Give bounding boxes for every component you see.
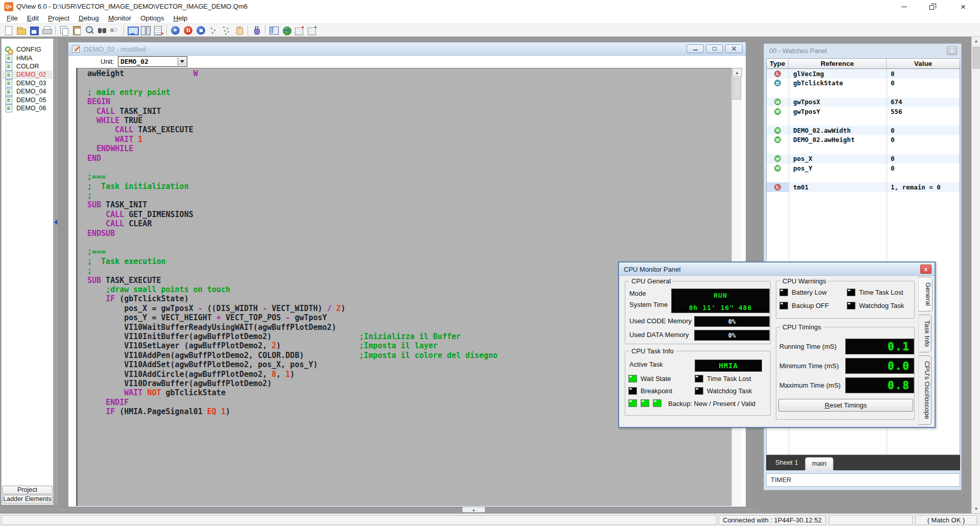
io-swap-icon[interactable]: [139, 25, 151, 36]
scroll-up-icon[interactable]: ▲: [732, 68, 742, 77]
sheet-tab-main[interactable]: main: [805, 457, 834, 470]
chevron-down-icon[interactable]: [178, 57, 186, 66]
connect-icon[interactable]: [251, 25, 262, 36]
watch-row[interactable]: WDEMO_02.awWidth0: [767, 126, 960, 135]
watch-row[interactable]: [767, 116, 960, 126]
hand-icon[interactable]: [233, 25, 245, 36]
tree-item-demo_05[interactable]: DEMO_05: [2, 95, 53, 104]
print-icon[interactable]: [41, 25, 53, 36]
paste-icon[interactable]: [71, 25, 83, 36]
panels-icon[interactable]: [268, 25, 280, 36]
editor-window-titlebar[interactable]: DEMO_02 - modified - ✕: [68, 42, 746, 56]
watch-type-cell: L: [767, 182, 789, 192]
unit-dropdown[interactable]: DEMO_02: [118, 56, 187, 67]
copy-icon[interactable]: [58, 25, 70, 36]
tree-item-hmia[interactable]: HMIA: [2, 54, 53, 62]
editor-scrollbar-thumb[interactable]: [732, 78, 741, 100]
vertical-splitter[interactable]: [55, 38, 55, 506]
watch-row[interactable]: Wpos_X0: [767, 154, 960, 164]
watch-row[interactable]: [767, 145, 960, 154]
cpu-timings-group: CPU Timings Running Time (mS)0.1Minimum …: [776, 327, 915, 420]
read-flash-icon[interactable]: [306, 25, 318, 36]
group-label: CPU Task Info: [629, 347, 676, 355]
menu-help[interactable]: Help: [168, 13, 192, 23]
scroll-down-icon[interactable]: ▼: [972, 505, 980, 513]
scroll-up-icon[interactable]: ▲: [972, 37, 980, 45]
display-icon[interactable]: [127, 25, 138, 36]
tree-item-color[interactable]: COLOR: [2, 62, 53, 70]
splitter-collapse-left-icon[interactable]: [54, 220, 57, 225]
multi-dots-icon[interactable]: [220, 25, 232, 36]
watch-row[interactable]: WgwTposX674: [767, 98, 960, 107]
sheet-tab-sheet-1[interactable]: Sheet 1: [775, 459, 798, 466]
column-header-reference[interactable]: Reference: [789, 59, 887, 68]
watches-close-button[interactable]: x: [947, 46, 957, 55]
vertical-splitter[interactable]: [57, 38, 57, 506]
save-icon[interactable]: [28, 25, 40, 36]
watch-row[interactable]: Ltm011, remain = 0: [767, 182, 960, 192]
column-header-value[interactable]: Value: [887, 59, 960, 68]
new-file-icon[interactable]: [3, 25, 14, 36]
cpu-task-info-group: CPU Task Info Active Task HMIA Wait Stat…: [625, 351, 771, 416]
zoom-search-icon[interactable]: [84, 25, 95, 36]
watch-row[interactable]: LglVecImg0: [767, 69, 960, 79]
io-list-icon[interactable]: [152, 25, 164, 36]
replace-ab-icon[interactable]: [109, 25, 121, 36]
tree-item-demo_03[interactable]: DEMO_03: [2, 79, 53, 87]
cpu-tab-cpu-s-oscilloscope[interactable]: CPU's Oscilloscope: [918, 355, 932, 425]
tree-item-demo_04[interactable]: DEMO_04: [2, 87, 53, 95]
pause-icon[interactable]: [182, 25, 194, 36]
backup-led-2: [653, 399, 662, 407]
type-badge-W: W: [774, 136, 781, 143]
network-globe-icon[interactable]: [281, 25, 292, 36]
horizontal-splitter[interactable]: [0, 511, 761, 511]
watch-row[interactable]: [767, 88, 960, 98]
toolbar-separator: [55, 25, 56, 35]
menu-project[interactable]: Project: [43, 13, 74, 23]
tree-item-config[interactable]: CONFIG: [2, 45, 53, 54]
menu-monitor[interactable]: Monitor: [104, 13, 136, 23]
data-memory-display: 0%: [694, 330, 770, 341]
tab-ladder-elements[interactable]: Ladder Elements: [2, 495, 53, 504]
main-scrollbar[interactable]: ▲ ▼: [971, 37, 980, 513]
watch-type-cell: [767, 88, 789, 98]
editor-restore-button[interactable]: [706, 44, 723, 53]
open-icon[interactable]: [15, 25, 27, 36]
horizontal-splitter[interactable]: [0, 509, 761, 509]
splitter-expand-button[interactable]: ▲: [462, 507, 485, 513]
editor-close-button[interactable]: ✕: [725, 44, 743, 53]
main-scrollbar-thumb[interactable]: [972, 46, 980, 69]
find-icon[interactable]: [96, 25, 108, 36]
editor-minimize-button[interactable]: [687, 44, 704, 53]
menu-debug[interactable]: Debug: [74, 13, 104, 23]
menu-file[interactable]: File: [2, 13, 22, 23]
menu-options[interactable]: Options: [136, 13, 169, 23]
document-icon: [5, 71, 12, 79]
watch-row[interactable]: [767, 173, 960, 183]
minimize-button[interactable]: [892, 0, 916, 13]
watch-row[interactable]: WgwTposY556: [767, 107, 960, 116]
menu-edit[interactable]: Edit: [22, 13, 43, 23]
reset-timings-button[interactable]: Reset Timings: [778, 399, 913, 412]
tree-item-demo_02[interactable]: DEMO_02: [2, 70, 53, 79]
tree-item-demo_06[interactable]: DEMO_06: [2, 104, 53, 112]
restore-button[interactable]: [921, 0, 944, 13]
cpu-tab-general[interactable]: General: [918, 277, 933, 312]
cpu-tab-task-info[interactable]: Task Info: [918, 315, 932, 352]
type-badge-L: L: [774, 184, 781, 190]
watch-row[interactable]: WDEMO_02.awHeight0: [767, 135, 960, 145]
tab-project[interactable]: Project: [2, 486, 53, 494]
step-dots-icon[interactable]: [208, 25, 219, 36]
stop-icon[interactable]: [195, 25, 207, 36]
watch-row[interactable]: BgbTclickState0: [767, 79, 960, 88]
close-button[interactable]: ×: [951, 0, 975, 13]
timer-field[interactable]: TIMER: [766, 473, 960, 487]
cpu-panel-close-button[interactable]: x: [920, 265, 932, 274]
column-header-type[interactable]: Type: [767, 59, 789, 68]
write-flash-icon[interactable]: [293, 25, 305, 36]
cpu-panel-titlebar[interactable]: CPU Monitor Panel x: [620, 263, 934, 276]
run-icon[interactable]: [169, 25, 181, 36]
qview-app-window: Qv QView 6.0 - D:\USR\VECTOR_IMAGE_DEMO\…: [0, 0, 980, 526]
status-bar: Connected with : 1P44F-30.12.52 ( Match …: [0, 513, 980, 526]
watch-row[interactable]: Wpos_Y0: [767, 163, 960, 173]
